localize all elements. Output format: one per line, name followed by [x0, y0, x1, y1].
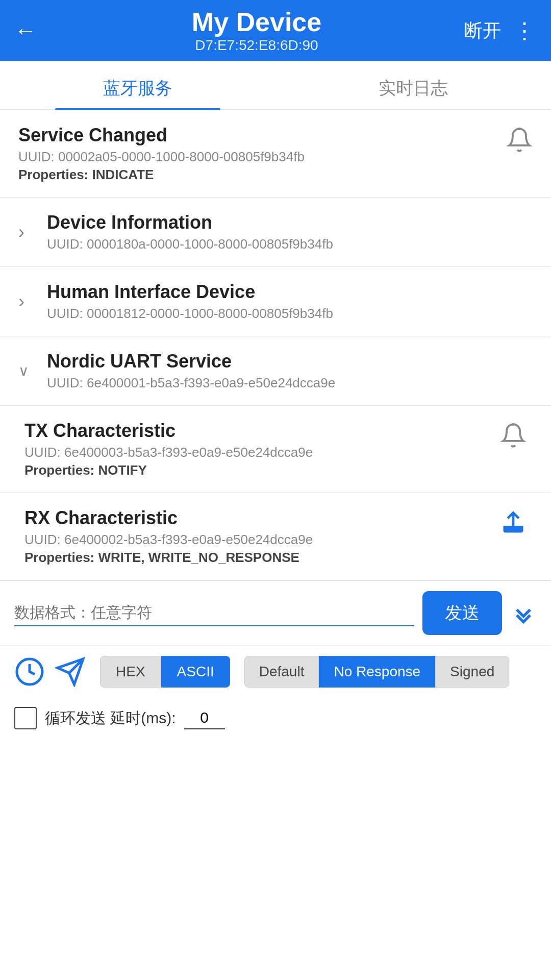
rx-characteristic[interactable]: RX Characteristic UUID: 6e400002-b5a3-f3… [0, 493, 551, 580]
format-group: HEX ASCII [100, 656, 230, 688]
header-title-block: My Device D7:E7:52:E8:6D:90 [49, 8, 464, 53]
device-name: My Device [49, 8, 464, 37]
nordic-uart-name: Nordic UART Service [47, 351, 533, 372]
hid-service[interactable]: › Human Interface Device UUID: 00001812-… [0, 267, 551, 336]
loop-send-row: 循环发送 延时(ms): [0, 698, 551, 744]
tab-bluetooth-services[interactable]: 蓝牙服务 [0, 61, 276, 109]
device-info-service[interactable]: › Device Information UUID: 0000180a-0000… [0, 198, 551, 267]
nordic-uart-content: Nordic UART Service UUID: 6e400001-b5a3-… [47, 351, 533, 391]
response-group: Default No Response Signed [244, 656, 510, 688]
tx-name: TX Characteristic [24, 420, 500, 442]
bottom-toolbar: HEX ASCII Default No Response Signed [0, 645, 551, 698]
device-info-uuid: UUID: 0000180a-0000-1000-8000-00805f9b34… [47, 236, 533, 252]
rx-name: RX Characteristic [24, 507, 500, 529]
app-header: ← My Device D7:E7:52:E8:6D:90 断开 ⋮ [0, 0, 551, 61]
chevron-down-icon: ∨ [18, 362, 37, 379]
chevron-right-icon: › [18, 291, 37, 312]
more-menu-button[interactable]: ⋮ [513, 24, 537, 37]
tx-content: TX Characteristic UUID: 6e400003-b5a3-f3… [24, 420, 500, 478]
data-input[interactable] [14, 600, 414, 626]
response-signed-button[interactable]: Signed [435, 656, 509, 688]
device-info-content: Device Information UUID: 0000180a-0000-1… [47, 212, 533, 252]
hid-content: Human Interface Device UUID: 00001812-00… [47, 281, 533, 322]
nordic-uart-service[interactable]: ∨ Nordic UART Service UUID: 6e400001-b5a… [0, 336, 551, 406]
rx-content: RX Characteristic UUID: 6e400002-b5a3-f3… [24, 507, 500, 566]
expand-button[interactable] [510, 600, 537, 626]
back-button[interactable]: ← [14, 18, 37, 43]
send-paper-button[interactable] [55, 656, 86, 687]
clock-button[interactable] [14, 656, 45, 687]
tx-characteristic[interactable]: TX Characteristic UUID: 6e400003-b5a3-f3… [0, 406, 551, 493]
response-default-button[interactable]: Default [244, 656, 319, 688]
service-changed-bell-icon[interactable] [506, 125, 533, 153]
loop-delay-input[interactable] [184, 707, 225, 729]
tx-bell-icon[interactable] [500, 420, 527, 449]
hid-uuid: UUID: 00001812-0000-1000-8000-00805f9b34… [47, 306, 533, 322]
service-changed-props: Properties: INDICATE [18, 167, 506, 183]
tab-bar: 蓝牙服务 实时日志 [0, 61, 551, 110]
service-changed-item[interactable]: Service Changed UUID: 00002a05-0000-1000… [0, 110, 551, 198]
rx-props: Properties: WRITE, WRITE_NO_RESPONSE [24, 550, 500, 566]
tab-realtime-log[interactable]: 实时日志 [276, 61, 551, 109]
nordic-uart-uuid: UUID: 6e400001-b5a3-f393-e0a9-e50e24dcca… [47, 375, 533, 391]
device-mac: D7:E7:52:E8:6D:90 [49, 37, 464, 54]
rx-uuid: UUID: 6e400002-b5a3-f393-e0a9-e50e24dcca… [24, 532, 500, 548]
hid-name: Human Interface Device [47, 281, 533, 303]
loop-label: 循环发送 延时(ms): [45, 708, 176, 729]
device-info-name: Device Information [47, 212, 533, 233]
service-changed-uuid: UUID: 00002a05-0000-1000-8000-00805f9b34… [18, 149, 506, 165]
format-hex-button[interactable]: HEX [100, 656, 161, 688]
tx-props: Properties: NOTIFY [24, 462, 500, 478]
response-no-response-button[interactable]: No Response [319, 656, 435, 688]
service-changed-content: Service Changed UUID: 00002a05-0000-1000… [18, 125, 506, 183]
disconnect-button[interactable]: 断开 [464, 18, 501, 43]
data-input-area: 发送 [0, 580, 551, 645]
service-changed-name: Service Changed [18, 125, 506, 146]
tx-uuid: UUID: 6e400003-b5a3-f393-e0a9-e50e24dcca… [24, 445, 500, 460]
service-list: Service Changed UUID: 00002a05-0000-1000… [0, 110, 551, 580]
format-ascii-button[interactable]: ASCII [161, 656, 230, 688]
chevron-right-icon: › [18, 222, 37, 243]
rx-upload-icon[interactable] [500, 507, 527, 536]
send-button[interactable]: 发送 [422, 591, 502, 635]
header-actions: 断开 ⋮ [464, 18, 537, 43]
loop-send-checkbox[interactable] [14, 707, 37, 729]
